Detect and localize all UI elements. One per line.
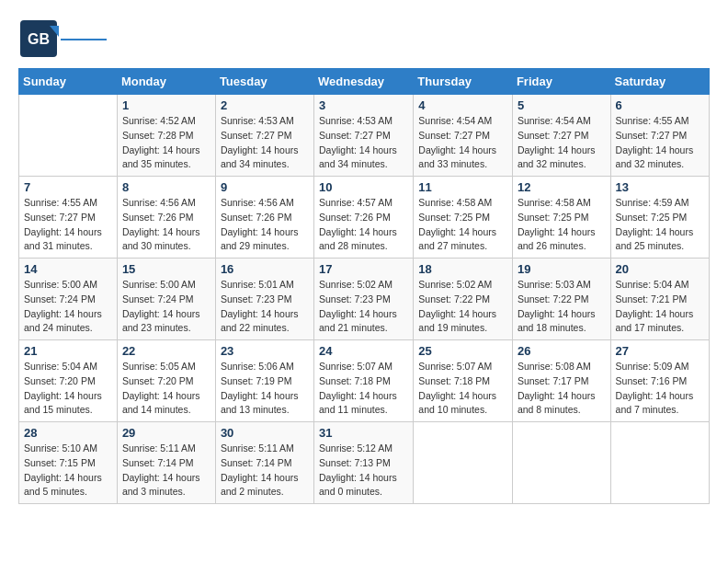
logo: GB bbox=[18, 18, 107, 59]
calendar-cell: 14Sunrise: 5:00 AMSunset: 7:24 PMDayligh… bbox=[19, 259, 118, 340]
day-number: 21 bbox=[24, 344, 112, 358]
day-info: Sunrise: 4:58 AMSunset: 7:25 PMDaylight:… bbox=[518, 196, 606, 254]
day-info: Sunrise: 4:52 AMSunset: 7:28 PMDaylight:… bbox=[122, 114, 210, 172]
day-info: Sunrise: 4:53 AMSunset: 7:27 PMDaylight:… bbox=[221, 114, 309, 172]
day-number: 19 bbox=[518, 262, 606, 276]
day-number: 11 bbox=[418, 180, 507, 194]
day-number: 22 bbox=[122, 344, 210, 358]
calendar-week-row: 28Sunrise: 5:10 AMSunset: 7:15 PMDayligh… bbox=[19, 422, 710, 504]
day-info: Sunrise: 4:53 AMSunset: 7:27 PMDaylight:… bbox=[319, 114, 408, 172]
day-info: Sunrise: 5:01 AMSunset: 7:23 PMDaylight:… bbox=[221, 278, 309, 336]
calendar-cell: 2Sunrise: 4:53 AMSunset: 7:27 PMDaylight… bbox=[215, 95, 313, 177]
day-number: 1 bbox=[122, 98, 210, 112]
day-info: Sunrise: 5:00 AMSunset: 7:24 PMDaylight:… bbox=[24, 278, 112, 336]
weekday-header-friday: Friday bbox=[512, 69, 610, 95]
day-info: Sunrise: 4:59 AMSunset: 7:25 PMDaylight:… bbox=[616, 196, 704, 254]
calendar-cell: 11Sunrise: 4:58 AMSunset: 7:25 PMDayligh… bbox=[414, 177, 513, 259]
calendar-cell: 10Sunrise: 4:57 AMSunset: 7:26 PMDayligh… bbox=[314, 177, 414, 259]
day-info: Sunrise: 5:03 AMSunset: 7:22 PMDaylight:… bbox=[518, 278, 606, 336]
calendar-cell: 23Sunrise: 5:06 AMSunset: 7:19 PMDayligh… bbox=[215, 340, 313, 422]
weekday-header-sunday: Sunday bbox=[19, 69, 118, 95]
day-number: 30 bbox=[221, 426, 309, 440]
calendar-cell: 27Sunrise: 5:09 AMSunset: 7:16 PMDayligh… bbox=[610, 340, 709, 422]
day-number: 26 bbox=[518, 344, 606, 358]
day-number: 5 bbox=[518, 98, 606, 112]
calendar-cell: 13Sunrise: 4:59 AMSunset: 7:25 PMDayligh… bbox=[610, 177, 709, 259]
calendar-cell: 18Sunrise: 5:02 AMSunset: 7:22 PMDayligh… bbox=[414, 259, 513, 340]
calendar-cell: 17Sunrise: 5:02 AMSunset: 7:23 PMDayligh… bbox=[314, 259, 414, 340]
day-info: Sunrise: 5:07 AMSunset: 7:18 PMDaylight:… bbox=[418, 360, 507, 418]
calendar-cell: 1Sunrise: 4:52 AMSunset: 7:28 PMDaylight… bbox=[117, 95, 215, 177]
day-number: 31 bbox=[319, 426, 408, 440]
calendar-cell: 22Sunrise: 5:05 AMSunset: 7:20 PMDayligh… bbox=[117, 340, 215, 422]
day-number: 4 bbox=[418, 98, 507, 112]
day-info: Sunrise: 5:05 AMSunset: 7:20 PMDaylight:… bbox=[122, 360, 210, 418]
weekday-header-monday: Monday bbox=[117, 69, 215, 95]
day-number: 23 bbox=[221, 344, 309, 358]
day-number: 8 bbox=[122, 180, 210, 194]
calendar-cell: 15Sunrise: 5:00 AMSunset: 7:24 PMDayligh… bbox=[117, 259, 215, 340]
day-info: Sunrise: 4:54 AMSunset: 7:27 PMDaylight:… bbox=[518, 114, 606, 172]
calendar-cell: 16Sunrise: 5:01 AMSunset: 7:23 PMDayligh… bbox=[215, 259, 313, 340]
day-info: Sunrise: 4:56 AMSunset: 7:26 PMDaylight:… bbox=[221, 196, 309, 254]
day-number: 20 bbox=[616, 262, 704, 276]
day-number: 27 bbox=[616, 344, 704, 358]
calendar-cell: 12Sunrise: 4:58 AMSunset: 7:25 PMDayligh… bbox=[512, 177, 610, 259]
day-info: Sunrise: 5:00 AMSunset: 7:24 PMDaylight:… bbox=[122, 278, 210, 336]
calendar-header-row: SundayMondayTuesdayWednesdayThursdayFrid… bbox=[19, 69, 710, 95]
day-number: 10 bbox=[319, 180, 408, 194]
day-number: 14 bbox=[24, 262, 112, 276]
calendar-table: SundayMondayTuesdayWednesdayThursdayFrid… bbox=[18, 68, 710, 504]
calendar-cell: 9Sunrise: 4:56 AMSunset: 7:26 PMDaylight… bbox=[215, 177, 313, 259]
day-info: Sunrise: 5:11 AMSunset: 7:14 PMDaylight:… bbox=[221, 442, 309, 500]
calendar-cell: 7Sunrise: 4:55 AMSunset: 7:27 PMDaylight… bbox=[19, 177, 118, 259]
logo-icon: GB bbox=[18, 18, 59, 59]
day-number: 28 bbox=[24, 426, 112, 440]
calendar-week-row: 1Sunrise: 4:52 AMSunset: 7:28 PMDaylight… bbox=[19, 95, 710, 177]
day-info: Sunrise: 4:54 AMSunset: 7:27 PMDaylight:… bbox=[418, 114, 507, 172]
calendar-cell: 25Sunrise: 5:07 AMSunset: 7:18 PMDayligh… bbox=[414, 340, 513, 422]
calendar-cell bbox=[414, 422, 513, 504]
day-number: 7 bbox=[24, 180, 112, 194]
day-info: Sunrise: 4:56 AMSunset: 7:26 PMDaylight:… bbox=[122, 196, 210, 254]
calendar-cell: 19Sunrise: 5:03 AMSunset: 7:22 PMDayligh… bbox=[512, 259, 610, 340]
day-info: Sunrise: 5:06 AMSunset: 7:19 PMDaylight:… bbox=[221, 360, 309, 418]
day-number: 3 bbox=[319, 98, 408, 112]
calendar-cell bbox=[19, 95, 118, 177]
calendar-cell: 8Sunrise: 4:56 AMSunset: 7:26 PMDaylight… bbox=[117, 177, 215, 259]
day-number: 9 bbox=[221, 180, 309, 194]
calendar-cell: 30Sunrise: 5:11 AMSunset: 7:14 PMDayligh… bbox=[215, 422, 313, 504]
day-number: 17 bbox=[319, 262, 408, 276]
day-info: Sunrise: 5:04 AMSunset: 7:21 PMDaylight:… bbox=[616, 278, 704, 336]
calendar-week-row: 21Sunrise: 5:04 AMSunset: 7:20 PMDayligh… bbox=[19, 340, 710, 422]
day-info: Sunrise: 5:07 AMSunset: 7:18 PMDaylight:… bbox=[319, 360, 408, 418]
day-number: 24 bbox=[319, 344, 408, 358]
day-info: Sunrise: 5:11 AMSunset: 7:14 PMDaylight:… bbox=[122, 442, 210, 500]
page-header: GB bbox=[18, 18, 710, 59]
weekday-header-saturday: Saturday bbox=[610, 69, 709, 95]
day-number: 13 bbox=[616, 180, 704, 194]
day-number: 18 bbox=[418, 262, 507, 276]
day-info: Sunrise: 5:08 AMSunset: 7:17 PMDaylight:… bbox=[518, 360, 606, 418]
day-number: 12 bbox=[518, 180, 606, 194]
calendar-cell: 6Sunrise: 4:55 AMSunset: 7:27 PMDaylight… bbox=[610, 95, 709, 177]
calendar-cell: 21Sunrise: 5:04 AMSunset: 7:20 PMDayligh… bbox=[19, 340, 118, 422]
calendar-cell: 26Sunrise: 5:08 AMSunset: 7:17 PMDayligh… bbox=[512, 340, 610, 422]
day-number: 15 bbox=[122, 262, 210, 276]
calendar-cell: 31Sunrise: 5:12 AMSunset: 7:13 PMDayligh… bbox=[314, 422, 414, 504]
day-info: Sunrise: 4:55 AMSunset: 7:27 PMDaylight:… bbox=[616, 114, 704, 172]
calendar-cell: 29Sunrise: 5:11 AMSunset: 7:14 PMDayligh… bbox=[117, 422, 215, 504]
weekday-header-thursday: Thursday bbox=[414, 69, 513, 95]
calendar-cell bbox=[512, 422, 610, 504]
calendar-cell: 24Sunrise: 5:07 AMSunset: 7:18 PMDayligh… bbox=[314, 340, 414, 422]
calendar-cell: 4Sunrise: 4:54 AMSunset: 7:27 PMDaylight… bbox=[414, 95, 513, 177]
svg-text:GB: GB bbox=[28, 31, 50, 47]
day-info: Sunrise: 4:58 AMSunset: 7:25 PMDaylight:… bbox=[418, 196, 507, 254]
weekday-header-tuesday: Tuesday bbox=[215, 69, 313, 95]
day-info: Sunrise: 5:10 AMSunset: 7:15 PMDaylight:… bbox=[24, 442, 112, 500]
day-number: 2 bbox=[221, 98, 309, 112]
calendar-cell bbox=[610, 422, 709, 504]
day-number: 6 bbox=[616, 98, 704, 112]
day-info: Sunrise: 4:55 AMSunset: 7:27 PMDaylight:… bbox=[24, 196, 112, 254]
calendar-cell: 20Sunrise: 5:04 AMSunset: 7:21 PMDayligh… bbox=[610, 259, 709, 340]
